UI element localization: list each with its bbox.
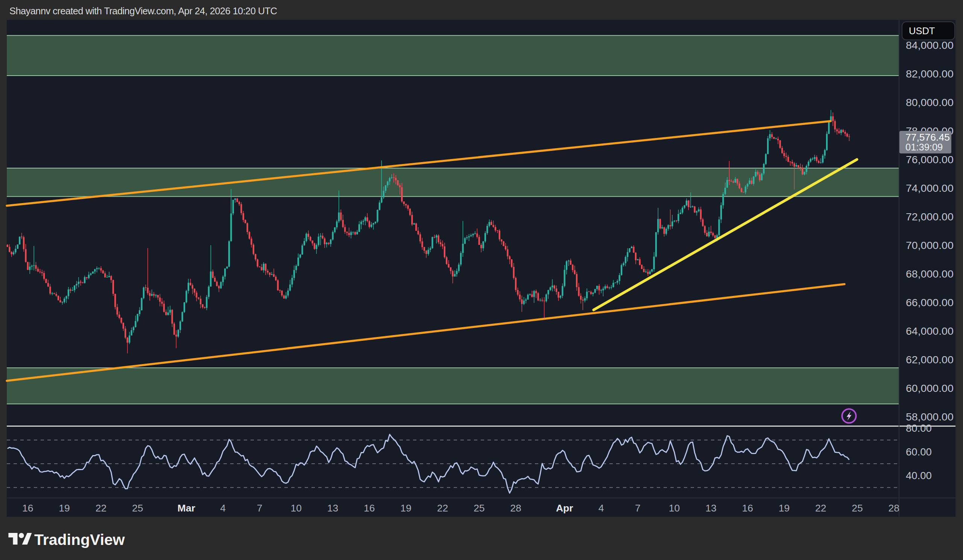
svg-text:28: 28 bbox=[510, 502, 521, 514]
svg-text:19: 19 bbox=[400, 502, 411, 514]
svg-text:16: 16 bbox=[364, 502, 374, 514]
svg-text:4: 4 bbox=[220, 502, 226, 514]
svg-text:Apr: Apr bbox=[556, 502, 573, 514]
svg-text:25: 25 bbox=[473, 502, 485, 514]
svg-text:40.00: 40.00 bbox=[906, 470, 932, 481]
svg-text:16: 16 bbox=[22, 502, 33, 514]
svg-text:82,000.00: 82,000.00 bbox=[906, 68, 953, 80]
svg-text:62,000.00: 62,000.00 bbox=[906, 353, 953, 366]
svg-text:16: 16 bbox=[742, 502, 753, 514]
svg-text:10: 10 bbox=[669, 502, 680, 514]
svg-text:Mar: Mar bbox=[178, 502, 195, 514]
svg-text:19: 19 bbox=[779, 502, 790, 514]
svg-text:25: 25 bbox=[852, 502, 862, 514]
svg-text:60,000.00: 60,000.00 bbox=[906, 382, 953, 394]
svg-text:60.00: 60.00 bbox=[906, 446, 932, 458]
svg-text:22: 22 bbox=[437, 502, 448, 514]
svg-text:10: 10 bbox=[291, 502, 302, 514]
svg-text:TradingView: TradingView bbox=[34, 531, 125, 548]
svg-text:77,576.45: 77,576.45 bbox=[905, 132, 950, 143]
svg-text:72,000.00: 72,000.00 bbox=[906, 210, 953, 223]
svg-text:7: 7 bbox=[635, 502, 640, 514]
svg-text:22: 22 bbox=[96, 502, 107, 514]
svg-text:7: 7 bbox=[257, 502, 263, 514]
svg-text:13: 13 bbox=[327, 502, 338, 514]
svg-text:25: 25 bbox=[132, 502, 143, 514]
svg-text:74,000.00: 74,000.00 bbox=[906, 182, 953, 194]
svg-text:68,000.00: 68,000.00 bbox=[906, 268, 953, 280]
svg-text:Shayannv created with TradingV: Shayannv created with TradingView.com, A… bbox=[10, 6, 277, 16]
svg-text:4: 4 bbox=[598, 502, 604, 514]
svg-text:58,000.00: 58,000.00 bbox=[906, 411, 953, 423]
svg-text:01:39:09: 01:39:09 bbox=[905, 142, 943, 152]
svg-text:USDT: USDT bbox=[909, 26, 935, 36]
svg-text:76,000.00: 76,000.00 bbox=[906, 154, 953, 165]
svg-text:80.00: 80.00 bbox=[906, 422, 932, 434]
svg-text:22: 22 bbox=[815, 502, 826, 514]
svg-text:84,000.00: 84,000.00 bbox=[906, 39, 953, 51]
svg-text:64,000.00: 64,000.00 bbox=[906, 325, 953, 337]
svg-text:28: 28 bbox=[888, 502, 900, 514]
svg-text:13: 13 bbox=[705, 502, 716, 514]
svg-text:70,000.00: 70,000.00 bbox=[906, 239, 953, 251]
svg-text:80,000.00: 80,000.00 bbox=[906, 96, 953, 108]
svg-text:66,000.00: 66,000.00 bbox=[906, 296, 953, 308]
svg-text:19: 19 bbox=[59, 502, 70, 514]
